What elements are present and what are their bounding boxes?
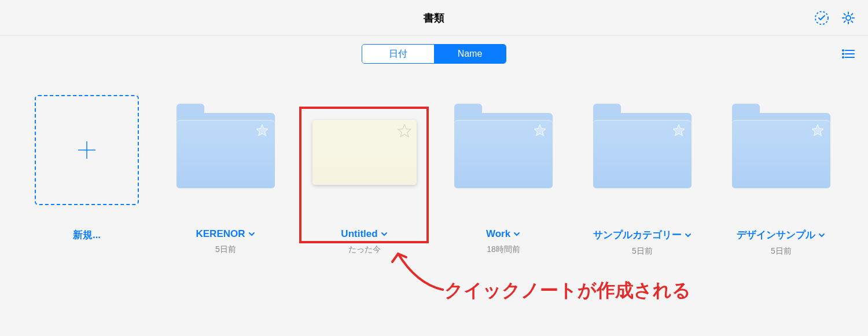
item-subtitle: 5日前 xyxy=(712,246,851,257)
item-title[interactable]: Work xyxy=(486,228,521,240)
sort-by-date[interactable]: 日付 xyxy=(362,45,434,63)
grid-item-folder: KERENOR 5日前 xyxy=(156,95,295,257)
item-subtitle: 5日前 xyxy=(573,246,712,257)
svg-point-5 xyxy=(843,50,844,51)
folder-thumbnail[interactable] xyxy=(176,112,275,188)
star-icon xyxy=(397,123,412,138)
item-title-text: 新規... xyxy=(73,228,101,242)
grid-item-note: Untitled たった今 xyxy=(295,95,434,257)
item-subtitle: 18時間前 xyxy=(434,244,573,255)
header-actions xyxy=(814,0,856,36)
star-icon xyxy=(533,123,547,137)
folder-thumbnail[interactable] xyxy=(454,112,553,188)
chevron-down-icon xyxy=(380,230,388,238)
item-title-text: Untitled xyxy=(341,228,377,240)
item-title-text: サンプルカテゴリー xyxy=(593,228,682,242)
grid-item-folder: デザインサンプル 5日前 xyxy=(712,95,851,257)
svg-point-1 xyxy=(846,16,851,20)
item-subtitle: たった今 xyxy=(295,244,434,255)
toolbar: 日付 Name xyxy=(0,36,868,72)
document-grid: 新規... KERENOR 5日前 xyxy=(0,72,868,257)
chevron-down-icon xyxy=(818,231,826,239)
star-icon xyxy=(811,123,825,137)
new-document-button[interactable] xyxy=(35,95,139,205)
folder-thumbnail[interactable] xyxy=(732,112,830,188)
item-title[interactable]: サンプルカテゴリー xyxy=(593,228,692,242)
list-view-icon[interactable] xyxy=(840,46,856,62)
item-title[interactable]: KERENOR xyxy=(196,228,255,240)
item-title[interactable]: デザインサンプル xyxy=(737,228,826,242)
chevron-down-icon xyxy=(684,231,692,239)
annotation-text: クイックノートが作成される xyxy=(444,278,691,304)
grid-item-folder: Work 18時間前 xyxy=(434,95,573,257)
item-title-text: KERENOR xyxy=(196,228,245,240)
item-title[interactable]: Untitled xyxy=(341,228,388,240)
item-title-text: デザインサンプル xyxy=(737,228,815,242)
item-title-text: Work xyxy=(486,228,510,240)
svg-point-7 xyxy=(843,57,844,58)
selection-check-icon[interactable] xyxy=(814,10,830,26)
item-title[interactable]: 新規... xyxy=(73,228,101,242)
svg-point-6 xyxy=(843,53,844,54)
page-title: 書類 xyxy=(424,11,444,25)
folder-thumbnail[interactable] xyxy=(593,112,692,188)
note-thumbnail[interactable] xyxy=(312,120,417,185)
toolbar-right xyxy=(840,36,856,72)
chevron-down-icon xyxy=(513,230,521,238)
header: 書類 xyxy=(0,0,868,36)
star-icon xyxy=(672,123,686,137)
plus-icon xyxy=(76,139,98,161)
sort-by-name[interactable]: Name xyxy=(434,45,506,63)
star-icon xyxy=(255,123,269,137)
gear-icon[interactable] xyxy=(840,10,856,26)
item-subtitle: 5日前 xyxy=(156,244,295,255)
grid-item-folder: サンプルカテゴリー 5日前 xyxy=(573,95,712,257)
sort-segmented: 日付 Name xyxy=(362,44,506,64)
chevron-down-icon xyxy=(248,230,256,238)
grid-item-new: 新規... xyxy=(17,95,156,257)
